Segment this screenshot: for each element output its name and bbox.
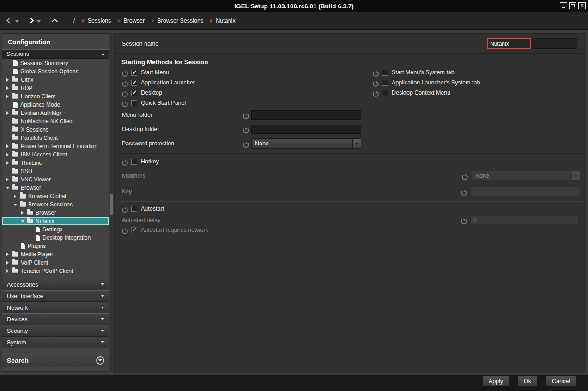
tree-item-x-sessions[interactable]: X Sessions xyxy=(2,126,109,134)
breadcrumb-item-browser-sessions[interactable]: Browser Sessions xyxy=(152,18,203,24)
tree-item-browser[interactable]: Browser xyxy=(2,209,109,217)
tree-item-appliance-mode[interactable]: Appliance Mode xyxy=(2,101,109,109)
chevron-down-icon xyxy=(98,359,102,361)
expand-icon[interactable] xyxy=(5,261,10,265)
session-name-input[interactable] xyxy=(487,38,531,49)
breadcrumb-item-sessions[interactable]: Sessions xyxy=(82,18,111,24)
collapse-icon[interactable] xyxy=(20,220,25,223)
expand-icon[interactable] xyxy=(5,111,10,115)
tree-item-vnc-viewer[interactable]: VNC Viewer xyxy=(2,175,109,184)
sidebar-section-devices[interactable]: Devices xyxy=(2,313,109,325)
tree-item-citrix[interactable]: Citrix xyxy=(2,76,109,84)
sidebar-section-user-interface[interactable]: User Interface xyxy=(2,290,109,302)
tree-item-sessions-summary[interactable]: Sessions Summary xyxy=(2,59,109,67)
expand-icon[interactable] xyxy=(5,269,10,273)
reset-icon[interactable] xyxy=(242,112,249,118)
tree-item-browser[interactable]: Browser xyxy=(2,184,109,192)
back-history-dropdown-icon[interactable] xyxy=(15,20,19,23)
tree-item-desktop-integration[interactable]: Desktop Integration xyxy=(2,234,109,242)
menu-folder-input[interactable] xyxy=(251,110,361,120)
tree-item-settings[interactable]: Settings xyxy=(2,225,109,234)
desktop-folder-input[interactable] xyxy=(251,125,361,134)
collapse-icon[interactable] xyxy=(12,204,18,206)
ok-button[interactable]: Ok xyxy=(517,375,538,387)
desktop-context-menu-checkbox[interactable] xyxy=(382,90,388,96)
tree-item-ssh[interactable]: SSH xyxy=(2,167,109,175)
reset-icon[interactable] xyxy=(372,80,378,86)
reset-icon[interactable] xyxy=(372,90,378,96)
sidebar-section-network[interactable]: Network xyxy=(2,302,109,313)
password-protection-select[interactable]: None xyxy=(251,138,361,149)
quick-start-panel-checkbox[interactable] xyxy=(131,100,137,106)
tree-item-parallels-client[interactable]: Parallels Client xyxy=(2,134,109,142)
expand-icon[interactable] xyxy=(12,194,18,198)
reset-icon[interactable] xyxy=(121,80,127,86)
breadcrumb-item-nutanix[interactable]: Nutanix xyxy=(210,18,235,24)
hotkey-checkbox[interactable] xyxy=(131,159,137,165)
tree-item-horizon-client[interactable]: Horizon Client xyxy=(2,92,109,101)
reset-icon[interactable] xyxy=(121,90,127,96)
reset-icon[interactable] xyxy=(372,70,378,76)
tree-item-nomachine-nx-client[interactable]: NoMachine NX Client xyxy=(2,117,109,126)
restore-button[interactable] xyxy=(569,2,576,9)
reset-icon[interactable] xyxy=(461,217,467,223)
tree-item-plugins[interactable]: Plugins xyxy=(2,242,109,250)
reset-icon[interactable] xyxy=(121,70,127,76)
application-launcher-s-system-tab-checkbox[interactable] xyxy=(382,80,388,86)
start-menu-checkbox[interactable] xyxy=(131,70,137,76)
application-launcher-checkbox[interactable] xyxy=(131,80,137,86)
tree-item-voip-client[interactable]: VoIP Client xyxy=(2,259,109,267)
tree-item-label: Nutanix xyxy=(36,218,55,224)
reset-icon[interactable] xyxy=(121,227,127,233)
search-expand-button[interactable] xyxy=(96,356,104,365)
close-button[interactable]: × xyxy=(578,2,586,9)
sidebar-section-accessories[interactable]: Accessories xyxy=(2,279,109,290)
tree-item-thinlinc[interactable]: ThinLinc xyxy=(2,159,109,167)
sidebar-scrollbar-thumb[interactable] xyxy=(110,194,113,215)
expand-icon[interactable] xyxy=(5,144,10,148)
tree-item-rdp[interactable]: RDP xyxy=(2,84,109,92)
expand-icon[interactable] xyxy=(5,161,10,165)
forward-icon[interactable] xyxy=(28,18,34,24)
dropdown-arrow-button[interactable] xyxy=(352,139,361,148)
back-icon[interactable] xyxy=(6,18,12,24)
reset-icon[interactable] xyxy=(242,126,249,132)
breadcrumb-item-browser[interactable]: Browser xyxy=(118,18,145,24)
tree-item-teradici-pcoip-client[interactable]: Teradici PCoIP Client xyxy=(2,267,109,275)
expand-icon[interactable] xyxy=(5,78,10,82)
expand-icon[interactable] xyxy=(5,253,10,256)
cancel-button[interactable]: Cancel xyxy=(546,375,576,387)
breadcrumb-root[interactable]: / xyxy=(73,17,75,24)
up-icon[interactable] xyxy=(52,18,58,24)
tree-item-powerterm-terminal-emulation[interactable]: PowerTerm Terminal Emulation xyxy=(2,142,109,150)
sidebar-section-system[interactable]: System xyxy=(2,337,109,348)
tree-item-ibm-iaccess-client[interactable]: IBM iAccess Client xyxy=(2,150,109,159)
sidebar-section-security[interactable]: Security xyxy=(2,325,109,337)
expand-icon[interactable] xyxy=(5,153,10,156)
tree-item-global-session-options[interactable]: Global Session Options xyxy=(2,67,109,76)
minimize-button[interactable] xyxy=(560,2,567,9)
tree-item-browser-global[interactable]: Browser Global xyxy=(2,192,109,200)
apply-button[interactable]: Apply xyxy=(482,375,509,387)
expand-icon[interactable] xyxy=(20,211,25,215)
desktop-checkbox[interactable] xyxy=(131,90,137,96)
tree-item-evidian-authmgr[interactable]: Evidian AuthMgr xyxy=(2,109,109,117)
tree-item-media-player[interactable]: Media Player xyxy=(2,250,109,259)
reset-icon[interactable] xyxy=(461,189,467,195)
search-bar[interactable]: Search xyxy=(2,353,109,367)
reset-icon[interactable] xyxy=(121,159,127,165)
forward-history-dropdown-icon[interactable] xyxy=(37,20,41,23)
reset-icon[interactable] xyxy=(121,206,127,212)
start-menu-s-system-tab-checkbox[interactable] xyxy=(382,70,388,76)
reset-icon[interactable] xyxy=(461,173,467,179)
expand-icon[interactable] xyxy=(5,178,10,181)
reset-icon[interactable] xyxy=(121,100,127,106)
collapse-icon[interactable] xyxy=(5,187,10,189)
tree-item-nutanix[interactable]: Nutanix xyxy=(2,217,109,225)
sidebar-section-sessions[interactable]: Sessions xyxy=(2,49,109,59)
tree-item-browser-sessions[interactable]: Browser Sessions xyxy=(2,200,109,209)
autostart-checkbox[interactable] xyxy=(131,206,137,212)
expand-icon[interactable] xyxy=(5,95,10,98)
reset-icon[interactable] xyxy=(242,141,249,147)
expand-icon[interactable] xyxy=(5,86,10,90)
